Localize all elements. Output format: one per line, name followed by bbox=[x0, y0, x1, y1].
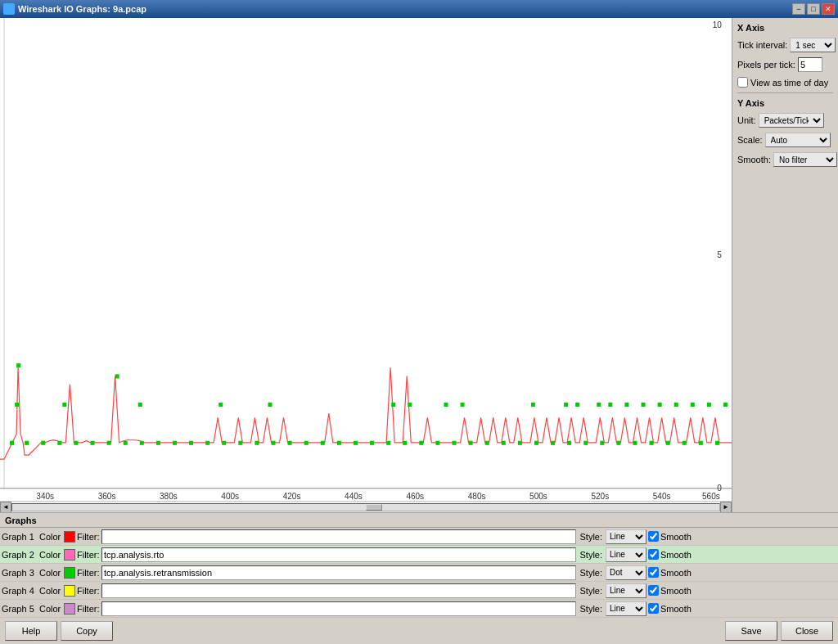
graph-row-3[interactable]: Graph 3 Color Filter: Style: Line Dot Ba… bbox=[0, 564, 838, 582]
graph-label-1: Graph 1 bbox=[2, 532, 38, 542]
graph-row-5[interactable]: Graph 5 Color Filter: Style: Line Dot Ba… bbox=[0, 600, 838, 618]
smooth-check-2: Smooth bbox=[648, 549, 692, 560]
minimize-button[interactable]: − bbox=[792, 3, 805, 15]
unit-label: Unit: bbox=[737, 115, 756, 125]
svg-rect-45 bbox=[715, 441, 719, 445]
svg-rect-59 bbox=[608, 403, 612, 407]
scroll-track[interactable] bbox=[11, 503, 720, 511]
svg-rect-21 bbox=[321, 441, 325, 445]
svg-rect-18 bbox=[271, 441, 275, 445]
svg-rect-24 bbox=[370, 441, 374, 445]
svg-text:540s: 540s bbox=[653, 492, 671, 501]
chart-area: 10 5 0 340s 360s 380s 400s 420s 440s 460… bbox=[0, 18, 732, 501]
color-label-2: Color bbox=[39, 550, 62, 560]
style-select-5[interactable]: Line Dot Bar bbox=[606, 601, 647, 616]
smooth-checkbox-1[interactable] bbox=[648, 531, 659, 542]
svg-rect-36 bbox=[567, 441, 571, 445]
svg-text:10: 10 bbox=[713, 20, 723, 29]
tick-interval-select[interactable]: 1 sec 10 sec bbox=[790, 38, 836, 52]
unit-row: Unit: Packets/Tick Bytes/Tick bbox=[737, 113, 833, 128]
scale-label: Scale: bbox=[737, 135, 763, 145]
svg-rect-54 bbox=[461, 403, 465, 407]
graph-label-2: Graph 2 bbox=[2, 550, 38, 560]
graphs-section-title: Graphs bbox=[0, 513, 838, 528]
unit-select[interactable]: Packets/Tick Bytes/Tick bbox=[759, 113, 824, 128]
style-select-1[interactable]: Line Dot Bar bbox=[606, 529, 647, 544]
filter-input-2[interactable] bbox=[101, 547, 576, 562]
copy-button[interactable]: Copy bbox=[61, 621, 113, 641]
color-box-4[interactable] bbox=[64, 585, 75, 597]
chart-container: 10 5 0 340s 360s 380s 400s 420s 440s 460… bbox=[0, 18, 732, 512]
svg-rect-66 bbox=[723, 403, 728, 407]
scroll-left-arrow[interactable]: ◄ bbox=[0, 502, 11, 513]
close-window-button[interactable]: ✕ bbox=[822, 3, 835, 15]
style-select-3[interactable]: Line Dot Bar bbox=[606, 565, 647, 580]
graph-row-1[interactable]: Graph 1 Color Filter: Style: Line Dot Ba… bbox=[0, 528, 838, 546]
smooth-select[interactable]: No filter Moving avg bbox=[773, 152, 837, 167]
color-box-5[interactable] bbox=[64, 603, 75, 615]
smooth-check-5: Smooth bbox=[648, 603, 692, 614]
color-box-2[interactable] bbox=[64, 549, 75, 561]
svg-rect-25 bbox=[386, 441, 390, 445]
svg-text:440s: 440s bbox=[345, 492, 363, 501]
filter-label-1: Filter: bbox=[77, 532, 100, 542]
scale-select[interactable]: Auto Fixed bbox=[765, 133, 831, 147]
smooth-text-2: Smooth bbox=[660, 550, 692, 560]
filter-input-4[interactable] bbox=[101, 583, 576, 598]
filter-label-3: Filter: bbox=[77, 568, 100, 578]
filter-label-2: Filter: bbox=[77, 550, 100, 560]
x-axis-title: X Axis bbox=[737, 23, 833, 33]
main-content: 10 5 0 340s 360s 380s 400s 420s 440s 460… bbox=[0, 18, 838, 512]
svg-rect-42 bbox=[666, 441, 670, 445]
svg-rect-7 bbox=[90, 441, 94, 445]
svg-text:360s: 360s bbox=[98, 492, 116, 501]
app-icon bbox=[3, 3, 15, 15]
maximize-button[interactable]: □ bbox=[807, 3, 820, 15]
svg-rect-57 bbox=[575, 403, 579, 407]
style-select-4[interactable]: Line Dot Bar bbox=[606, 583, 647, 598]
smooth-checkbox-2[interactable] bbox=[648, 549, 659, 560]
graph-row-4[interactable]: Graph 4 Color Filter: Style: Line Dot Ba… bbox=[0, 582, 838, 600]
svg-rect-19 bbox=[288, 441, 292, 445]
close-button[interactable]: Close bbox=[781, 621, 833, 641]
style-label-3: Style: bbox=[578, 568, 604, 578]
svg-rect-58 bbox=[597, 403, 601, 407]
filter-input-5[interactable] bbox=[101, 601, 576, 616]
svg-rect-38 bbox=[600, 441, 604, 445]
save-button[interactable]: Save bbox=[725, 621, 777, 641]
tick-interval-label: Tick interval: bbox=[737, 40, 787, 50]
filter-input-1[interactable] bbox=[101, 529, 576, 544]
svg-rect-52 bbox=[408, 403, 412, 407]
color-box-1[interactable] bbox=[64, 531, 75, 543]
svg-rect-8 bbox=[107, 441, 111, 445]
smooth-checkbox-4[interactable] bbox=[648, 585, 659, 596]
svg-rect-35 bbox=[551, 441, 555, 445]
smooth-checkbox-5[interactable] bbox=[648, 603, 659, 614]
svg-rect-0 bbox=[0, 18, 732, 501]
svg-rect-60 bbox=[624, 403, 628, 407]
svg-rect-44 bbox=[699, 441, 703, 445]
style-label-1: Style: bbox=[578, 532, 604, 542]
scrollbar[interactable]: ◄ ► bbox=[0, 501, 732, 512]
color-label-3: Color bbox=[39, 568, 62, 578]
view-as-time-label: View as time of day bbox=[750, 78, 828, 88]
filter-input-3[interactable] bbox=[101, 565, 576, 580]
scale-row: Scale: Auto Fixed bbox=[737, 133, 833, 147]
color-box-3[interactable] bbox=[64, 567, 75, 579]
scroll-right-arrow[interactable]: ► bbox=[720, 502, 732, 513]
view-as-time-checkbox[interactable] bbox=[737, 77, 748, 88]
style-select-2[interactable]: Line Dot Bar bbox=[606, 547, 647, 562]
svg-rect-61 bbox=[642, 403, 646, 407]
graph-rows: Graph 1 Color Filter: Style: Line Dot Ba… bbox=[0, 528, 838, 618]
svg-rect-48 bbox=[138, 403, 142, 407]
svg-rect-26 bbox=[403, 441, 407, 445]
pixels-per-tick-input[interactable] bbox=[798, 57, 822, 72]
svg-rect-37 bbox=[583, 441, 588, 445]
smooth-checkbox-3[interactable] bbox=[648, 567, 659, 578]
tick-interval-row: Tick interval: 1 sec 10 sec bbox=[737, 38, 833, 52]
graph-row-2[interactable]: Graph 2 Color Filter: Style: Line Dot Ba… bbox=[0, 546, 838, 564]
help-button[interactable]: Help bbox=[5, 621, 57, 641]
title-bar: Wireshark IO Graphs: 9a.pcap − □ ✕ bbox=[0, 0, 838, 18]
svg-rect-33 bbox=[518, 441, 522, 445]
scroll-thumb[interactable] bbox=[366, 504, 382, 511]
